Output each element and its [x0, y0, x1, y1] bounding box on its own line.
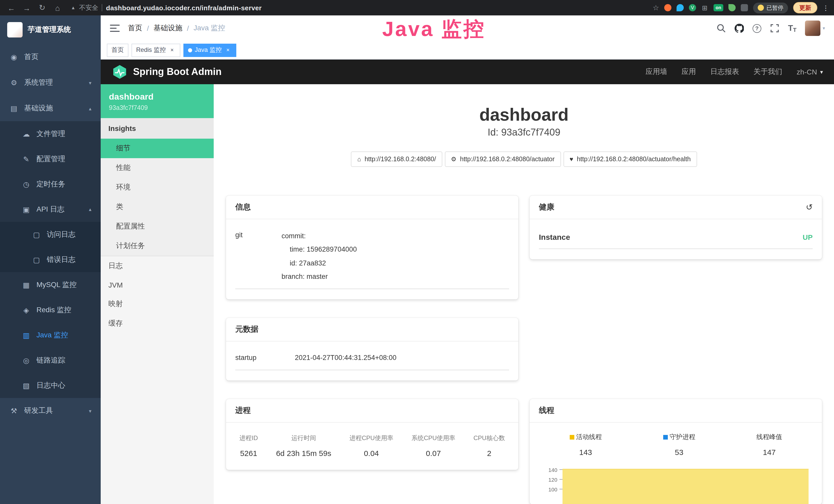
extension-grid-icon[interactable]: ⊞: [701, 4, 708, 11]
col-header: 进程ID: [239, 434, 258, 443]
sba-item-scheduled-tasks[interactable]: 计划任务: [101, 236, 214, 256]
sidebar-item-redis-monitor[interactable]: ◈ Redis 监控: [0, 297, 101, 322]
sidebar-item-java-monitor[interactable]: ▥ Java 监控: [0, 322, 101, 348]
sidebar-item-file-management[interactable]: ☁ 文件管理: [0, 121, 101, 146]
tab-java-monitor[interactable]: Java 监控 ×: [183, 43, 236, 57]
sidebar-item-dev-tools[interactable]: ⚒ 研发工具 ▾: [0, 398, 101, 423]
sba-item-environment[interactable]: 环境: [101, 178, 214, 197]
user-menu[interactable]: ▾: [805, 21, 825, 36]
process-card: 进程 进程ID 5261: [226, 399, 518, 470]
threads-card: 线程 活动线程 143: [530, 399, 822, 504]
extensions-puzzle-icon[interactable]: [741, 4, 748, 11]
sba-item-logs[interactable]: 日志: [101, 256, 214, 276]
sba-nav-journal[interactable]: 日志报表: [710, 67, 739, 76]
col-header: CPU核心数: [474, 434, 505, 443]
browser-back-icon[interactable]: ←: [5, 3, 18, 12]
sidebar-item-home[interactable]: ◉ 首页: [0, 44, 101, 70]
sidebar-item-scheduled-jobs[interactable]: ◷ 定时任务: [0, 171, 101, 197]
browser-home-icon[interactable]: ⌂: [51, 3, 64, 12]
close-icon[interactable]: ×: [169, 46, 176, 54]
health-status-badge: UP: [803, 233, 813, 241]
security-warning-label[interactable]: 不安全: [79, 3, 98, 12]
chrome-update-button[interactable]: 更新: [793, 2, 817, 13]
sba-item-jvm[interactable]: JVM: [101, 276, 214, 294]
cpu-cores-col: CPU核心数 2: [474, 434, 505, 458]
browser-menu-icon[interactable]: ⋮: [822, 4, 829, 12]
col-value: 5261: [239, 449, 258, 458]
instance-header: dashboard 93a3fc7f7409: [101, 84, 214, 118]
chart-plot-area: [563, 465, 813, 494]
bookmark-star-icon[interactable]: ☆: [653, 4, 659, 12]
sidebar-item-mysql-monitor[interactable]: ▦ MySQL 监控: [0, 272, 101, 297]
app-logo-row[interactable]: 芋道管理系统: [0, 16, 101, 44]
extension-on-badge[interactable]: on: [714, 4, 723, 11]
sidebar-item-config-management[interactable]: ✎ 配置管理: [0, 146, 101, 171]
threads-chart: 140 120 100: [539, 465, 813, 494]
git-time-line: time: 1596289704000: [282, 243, 509, 257]
search-icon[interactable]: [717, 24, 726, 33]
sidebar-item-tracing[interactable]: ◎ 链路追踪: [0, 348, 101, 373]
sidebar-item-access-logs[interactable]: ▢ 访问日志: [0, 222, 101, 247]
extension-v-icon[interactable]: V: [689, 4, 696, 11]
browser-forward-icon[interactable]: →: [21, 3, 33, 12]
endpoint-actuator-button[interactable]: ⚙ http://192.168.0.2:48080/actuator: [445, 152, 561, 167]
app-shell: 芋道管理系统 ◉ 首页 ⚙ 系统管理 ▾ ▤ 基础设施 ▴ ☁: [0, 16, 834, 504]
url-text[interactable]: dashboard.yudao.iocoder.cn/infra/admin-s…: [106, 4, 262, 12]
sidebar-item-log-center[interactable]: ▧ 日志中心: [0, 373, 101, 398]
sidebar-item-error-logs[interactable]: ▢ 错误日志: [0, 247, 101, 272]
avatar[interactable]: [805, 21, 821, 36]
extension-fox-icon[interactable]: [664, 4, 672, 11]
browser-chrome: ← → ↻ ⌂ ▲ 不安全 dashboard.yudao.iocoder.cn…: [0, 0, 834, 16]
app-title: 芋道管理系统: [28, 25, 71, 35]
close-icon[interactable]: ×: [224, 46, 232, 54]
sba-item-mappings[interactable]: 映射: [101, 294, 214, 314]
sba-item-details[interactable]: 细节: [101, 139, 214, 158]
font-size-icon[interactable]: TT: [788, 24, 796, 33]
tab-redis-monitor[interactable]: Redis 监控 ×: [132, 43, 180, 57]
extension-leaf-icon[interactable]: [728, 4, 736, 11]
sidebar-item-infrastructure[interactable]: ▤ 基础设施 ▴: [0, 95, 101, 121]
sba-locale-label: zh-CN: [797, 68, 817, 76]
card-title: 进程: [235, 406, 251, 416]
sba-item-config-props[interactable]: 配置属性: [101, 217, 214, 236]
help-icon[interactable]: ?: [752, 24, 761, 32]
sba-nav-applications[interactable]: 应用: [682, 67, 696, 76]
browser-reload-icon[interactable]: ↻: [36, 3, 48, 12]
breadcrumb-current: Java 监控: [194, 24, 225, 33]
sidebar-item-api-logs[interactable]: ▣ API 日志 ▴: [0, 197, 101, 222]
sidebar-item-label: 日志中心: [37, 381, 65, 390]
chevron-up-icon: ▴: [89, 206, 91, 212]
health-card-header: 健康 ↺: [530, 196, 822, 219]
hamburger-icon[interactable]: [110, 25, 120, 32]
sba-item-metrics[interactable]: 性能: [101, 158, 214, 178]
git-branch-line: branch: master: [282, 270, 509, 284]
endpoint-health-button[interactable]: ♥ http://192.168.0.2:48080/actuator/heal…: [563, 152, 697, 167]
endpoint-buttons: ⌂ http://192.168.0.2:48080/ ⚙ http://192…: [226, 152, 822, 167]
sba-nav-wallboard[interactable]: 应用墙: [646, 67, 667, 76]
github-icon[interactable]: [734, 24, 744, 33]
sidebar-item-system[interactable]: ⚙ 系统管理 ▾: [0, 70, 101, 95]
paused-pill[interactable]: 已暂停: [753, 2, 788, 13]
extension-drop-icon[interactable]: [677, 4, 684, 11]
address-bar[interactable]: ▲ 不安全 dashboard.yudao.iocoder.cn/infra/a…: [67, 3, 650, 12]
breadcrumb-infrastructure[interactable]: 基础设施: [154, 24, 182, 33]
tab-home[interactable]: 首页: [107, 43, 128, 57]
process-columns: 进程ID 5261 运行时间 6d 23h 15m 59s: [235, 427, 509, 460]
sba-item-caches[interactable]: 缓存: [101, 314, 214, 333]
app-menu: ◉ 首页 ⚙ 系统管理 ▾ ▤ 基础设施 ▴ ☁ 文件管理: [0, 44, 101, 423]
instance-id: 93a3fc7f7409: [109, 104, 205, 111]
active-dot: [188, 48, 192, 52]
breadcrumb-home[interactable]: 首页: [128, 24, 142, 33]
card-title: 健康: [539, 202, 554, 212]
sba-brand[interactable]: Spring Boot Admin: [112, 64, 222, 79]
info-card-body: git commit: time: 1596289704000 id: 27aa…: [226, 219, 518, 300]
sba-nav-about[interactable]: 关于我们: [753, 67, 782, 76]
history-icon[interactable]: ↺: [806, 202, 813, 212]
fullscreen-icon[interactable]: [770, 24, 779, 33]
sba-other-items: 日志 JVM 映射 缓存: [101, 256, 214, 333]
sba-item-classes[interactable]: 类: [101, 197, 214, 217]
process-card-body: 进程ID 5261 运行时间 6d 23h 15m 59s: [226, 423, 518, 470]
metadata-value: 2021-04-27T00:44:31.254+08:00: [295, 354, 397, 362]
sba-locale-select[interactable]: zh-CN ▾: [797, 68, 823, 76]
endpoint-root-button[interactable]: ⌂ http://192.168.0.2:48080/: [351, 152, 442, 167]
